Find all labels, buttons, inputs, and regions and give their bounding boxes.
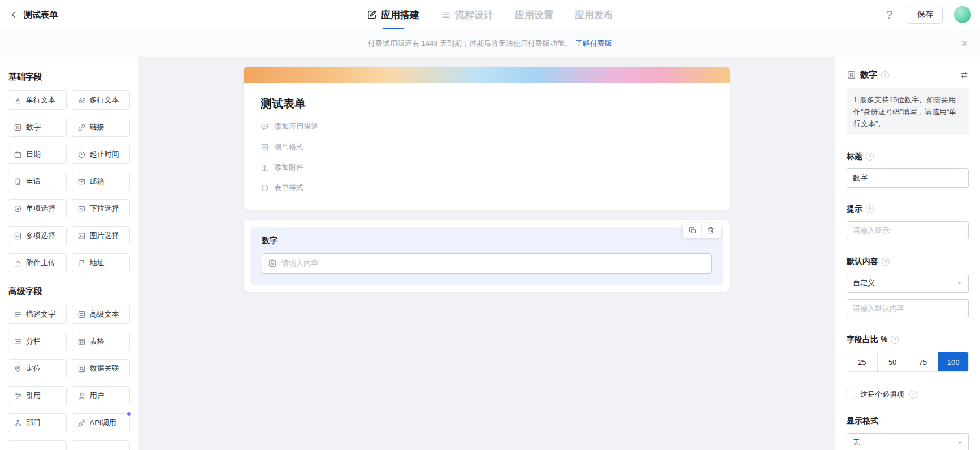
form-header-card: 测试表单 添加应用描述 N 编号格式 添加附件 (244, 67, 730, 210)
palette-icon (261, 184, 269, 192)
dropdown-select-icon (77, 205, 86, 213)
svg-text:N: N (271, 261, 274, 266)
field-button-label: 描述文字 (26, 309, 55, 319)
required-row: 这是个必填项 (847, 390, 969, 400)
add-description-option[interactable]: 添加应用描述 (261, 122, 713, 132)
sidebar-field-rich-text[interactable]: 高级文本 (72, 305, 131, 324)
field-button-label: 地址 (90, 258, 105, 268)
sidebar-field-dropdown[interactable]: 下拉选择 (72, 199, 131, 218)
form-name-title: 测试表单 (24, 10, 58, 20)
number-field-card[interactable]: 数字 N 请输入内容 (244, 220, 730, 292)
sidebar-field-date[interactable]: 日期 (8, 145, 67, 164)
user-avatar[interactable] (954, 6, 971, 23)
sidebar-field-reference[interactable]: 引用 (8, 386, 67, 405)
tab-app-build[interactable]: 应用搭建 (367, 0, 419, 29)
location-pin-icon (14, 365, 22, 373)
reference-nodes-icon (14, 392, 22, 400)
form-style-option[interactable]: 表单样式 (261, 183, 713, 193)
sidebar-field-upload[interactable]: 附件上传 (8, 253, 67, 272)
flow-lines-icon (441, 10, 451, 20)
number-icon: N (261, 143, 269, 152)
data-link-icon (77, 365, 86, 373)
sidebar-field-link[interactable]: 链接 (72, 118, 131, 137)
sidebar-field-cutoff[interactable] (8, 440, 67, 450)
title-input[interactable]: 数字 (847, 168, 969, 188)
display-format-select[interactable]: 无 (847, 433, 969, 450)
image-select-icon (77, 232, 86, 240)
field-button-label: 附件上传 (26, 258, 55, 268)
sidebar-field-image-select[interactable]: 图片选择 (72, 226, 131, 245)
display-format-label-row: 显示格式 (847, 416, 969, 426)
field-button-label: 分栏 (26, 336, 41, 347)
field-info-note: 1.最多支持15位数字。如需要用作“身份证号码”填写，请选用“单行文本”。 (847, 88, 969, 135)
serial-format-option[interactable]: N 编号格式 (261, 142, 713, 152)
field-button-label: 引用 (26, 391, 41, 401)
option-label: 编号格式 (274, 142, 303, 152)
help-circle-icon (891, 336, 899, 344)
add-attachment-option[interactable]: 添加附件 (261, 162, 713, 172)
sidebar-field-radio[interactable]: 单项选择 (8, 199, 67, 218)
tab-label: 应用发布 (575, 8, 613, 21)
trash-icon[interactable] (701, 224, 719, 236)
sidebar-field-checkbox[interactable]: 多项选择 (8, 226, 67, 245)
number-icon: N (14, 123, 22, 132)
tab-label: 流程设计 (455, 8, 493, 21)
header-left: 测试表单 (0, 10, 58, 20)
calendar-icon (14, 150, 22, 159)
required-checkbox[interactable] (847, 391, 855, 399)
form-header-body: 测试表单 添加应用描述 N 编号格式 添加附件 (244, 83, 730, 210)
width-option-25[interactable]: 25 (847, 352, 877, 371)
form-title[interactable]: 测试表单 (261, 96, 713, 111)
field-button-label: 表格 (90, 336, 105, 347)
tab-app-publish[interactable]: 应用发布 (575, 0, 613, 29)
sidebar-field-api-call[interactable]: API调用 (72, 413, 131, 432)
checkbox-icon (14, 232, 22, 240)
sidebar-field-data-link[interactable]: 数据关联 (72, 359, 131, 378)
sidebar-field-time-range[interactable]: 起止时间 (72, 145, 131, 164)
display-format-value: 无 (853, 438, 860, 448)
tab-label: 应用搭建 (381, 8, 419, 21)
field-button-label: 下拉选择 (90, 204, 119, 214)
panel-field-type-title: 数字 (860, 70, 877, 80)
sidebar-field-location[interactable]: 定位 (8, 359, 67, 378)
back-icon[interactable] (9, 10, 18, 19)
width-option-75[interactable]: 75 (908, 352, 938, 371)
field-width-label-row: 字段占比 % (847, 335, 969, 345)
option-label: 表单样式 (274, 183, 303, 193)
sidebar-field-description[interactable]: 描述文字 (8, 305, 67, 324)
tab-flow-design[interactable]: 流程设计 (441, 0, 493, 29)
width-option-50[interactable]: 50 (877, 352, 908, 371)
svg-text:N: N (263, 145, 267, 150)
svg-text:N: N (16, 125, 20, 130)
copy-icon[interactable] (684, 224, 701, 236)
field-button-label: 链接 (90, 122, 105, 132)
sidebar-field-number[interactable]: N数字 (8, 118, 67, 137)
sidebar-field-columns[interactable]: 分栏 (8, 332, 67, 351)
sidebar-field-phone[interactable]: 电话 (8, 172, 67, 191)
sidebar-field-department[interactable]: 部门 (8, 413, 67, 432)
save-button[interactable]: 保存 (908, 6, 943, 24)
hint-input[interactable]: 请输入提示 (847, 221, 969, 240)
sidebar-field-cutoff[interactable] (72, 440, 131, 450)
number-field-input[interactable]: N 请输入内容 (262, 253, 712, 274)
sidebar-field-single-line-text[interactable]: A单行文本 (8, 90, 67, 110)
default-content-placeholder: 请输入默认内容 (853, 304, 904, 314)
width-option-100[interactable]: 100 (938, 352, 968, 371)
field-button-label: 高级文本 (90, 309, 119, 319)
close-icon[interactable]: × (961, 38, 968, 49)
sidebar-field-address[interactable]: 地址 (72, 253, 131, 272)
section-title-advanced: 高级字段 (8, 286, 130, 297)
default-content-input[interactable]: 请输入默认内容 (847, 299, 969, 318)
svg-text:A: A (79, 97, 83, 102)
sidebar-field-multi-line-text[interactable]: A多行文本 (72, 90, 131, 110)
sidebar-field-email[interactable]: 邮箱 (72, 172, 131, 191)
help-icon[interactable]: ? (886, 8, 893, 21)
field-button-label: 部门 (26, 418, 41, 428)
sidebar-field-user[interactable]: 用户 (72, 386, 131, 405)
sidebar-field-table[interactable]: 表格 (72, 332, 131, 351)
swap-icon[interactable] (960, 71, 969, 80)
tab-app-settings[interactable]: 应用设置 (515, 0, 553, 29)
default-type-select[interactable]: 自定义 (847, 274, 969, 293)
learn-paid-link[interactable]: 了解付费版 (575, 38, 612, 49)
field-button-label: 用户 (90, 391, 105, 401)
